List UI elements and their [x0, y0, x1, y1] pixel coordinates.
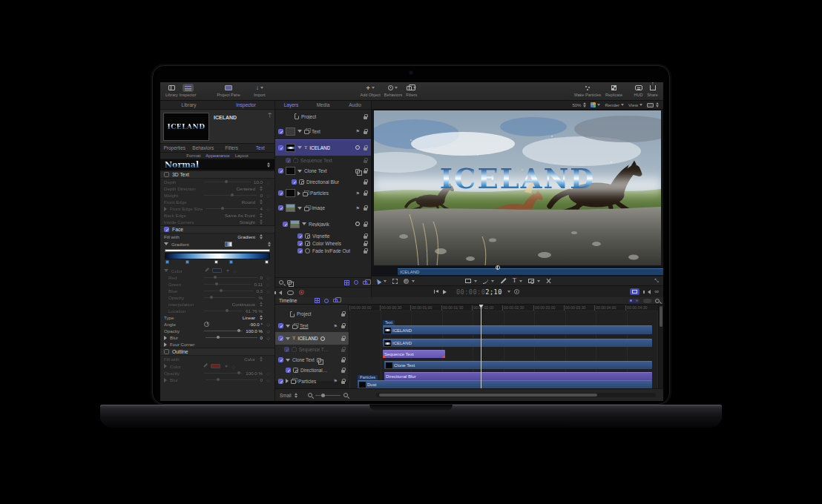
gradient-stop[interactable] — [185, 260, 189, 264]
disclosure-icon[interactable] — [286, 337, 290, 340]
behavior-badge-icon[interactable] — [355, 222, 360, 226]
tab-properties[interactable]: Properties — [160, 145, 189, 150]
timeline-row-particles[interactable]: Particles⚑ — [275, 375, 349, 387]
tab-filters[interactable]: Filters — [217, 145, 246, 150]
layer-row-fade[interactable]: Fade In/Fade Out — [275, 247, 371, 254]
timecode-chevron-icon[interactable] — [507, 291, 510, 293]
zoom-stepper-icon[interactable] — [583, 102, 586, 107]
text-group-bar[interactable]: ICELAND — [383, 325, 652, 334]
disclosure-icon[interactable] — [286, 325, 290, 328]
disclosure-icon[interactable] — [302, 222, 306, 225]
subtab-appearance[interactable]: Appearance — [206, 153, 229, 158]
loop-playback-icon[interactable]: ∞ — [654, 289, 659, 295]
flag-icon[interactable]: ⚑ — [356, 206, 360, 210]
face-checkbox[interactable] — [164, 227, 169, 232]
timeline-vertical-scrollbar[interactable] — [658, 305, 663, 388]
particles-group-tab[interactable]: Particles — [358, 375, 378, 380]
visibility-checkbox[interactable] — [283, 222, 288, 227]
visibility-checkbox[interactable] — [278, 190, 283, 196]
layer-row-color-wheels[interactable]: Color Wheels — [275, 239, 371, 247]
mini-timeline-bar[interactable]: ICELAND — [398, 268, 663, 275]
layer-row-text-group[interactable]: Text⚑ — [275, 123, 371, 139]
lock-icon[interactable] — [341, 347, 346, 352]
visibility-checkbox[interactable] — [278, 168, 283, 173]
zoom-timeline-icon[interactable] — [655, 299, 660, 303]
layer-row-directional-blur[interactable]: Directional Blur — [275, 177, 371, 186]
bezier-tool[interactable] — [483, 279, 494, 284]
tab-behaviors[interactable]: Behaviors — [189, 145, 218, 150]
replicate-button[interactable]: Replicate — [605, 84, 622, 97]
disclosure-icon[interactable] — [297, 170, 302, 173]
lock-icon[interactable] — [364, 205, 368, 210]
blur-slider[interactable] — [206, 337, 257, 338]
lock-icon[interactable] — [364, 233, 368, 239]
dust-bar[interactable]: Dust — [358, 380, 652, 388]
disclosure-icon[interactable] — [164, 242, 168, 245]
timeline-ruler[interactable]: 00:00:00;00 00:00:00;30 00:00:01;00 00:0… — [349, 305, 658, 311]
loop-icon[interactable] — [287, 291, 294, 295]
make-particles-button[interactable]: Make Particles — [574, 84, 601, 97]
3d-text-checkbox[interactable] — [164, 172, 169, 177]
playhead[interactable] — [481, 305, 481, 388]
visibility-checkbox[interactable] — [286, 368, 291, 373]
show-behaviors-icon[interactable] — [354, 280, 358, 285]
gradient-opacity-bar[interactable] — [165, 249, 270, 252]
tab-audio[interactable]: Audio — [339, 102, 371, 107]
lock-icon[interactable] — [364, 168, 368, 173]
crop-tool[interactable] — [392, 279, 398, 284]
gradient-preset-icon[interactable] — [225, 242, 232, 247]
disclosure-icon[interactable] — [164, 336, 167, 340]
share-button[interactable]: Share — [647, 84, 658, 97]
lock-icon[interactable] — [364, 222, 368, 227]
clone-text-bar[interactable]: Clone Text — [384, 361, 652, 369]
visibility-checkbox[interactable] — [297, 233, 303, 239]
visibility-checkbox[interactable] — [278, 336, 283, 341]
timeline-row-sequence-text[interactable]: Sequence T… — [275, 345, 349, 354]
layer-row-reykjavik[interactable]: Reykjavik — [275, 216, 371, 232]
lock-icon[interactable] — [364, 190, 368, 196]
behavior-badge-icon[interactable] — [320, 336, 325, 341]
style-preset[interactable]: Normal — [160, 159, 274, 170]
visibility-checkbox[interactable] — [278, 145, 283, 150]
show-layers-icon[interactable] — [315, 298, 320, 303]
keyframe-toggle-icon[interactable] — [628, 299, 639, 303]
timeline-horizontal-scrollbar[interactable] — [376, 393, 656, 397]
subtab-format[interactable]: Format — [186, 153, 200, 158]
show-filters-icon[interactable] — [333, 299, 338, 302]
lock-icon[interactable] — [364, 241, 368, 246]
text-group-tab[interactable]: Text — [383, 320, 395, 325]
visibility-checkbox[interactable] — [284, 347, 289, 352]
gradient-stop[interactable] — [214, 260, 218, 264]
layer-row-particles[interactable]: Particles⚑ — [275, 186, 371, 200]
mask-tool[interactable] — [528, 279, 540, 283]
lock-icon[interactable] — [364, 248, 368, 253]
popup-stepper-icon[interactable] — [260, 234, 263, 239]
timeline-row-iceland[interactable]: TICELAND — [275, 332, 349, 345]
preset-stepper-icon[interactable] — [267, 162, 270, 168]
project-pane-button[interactable]: Project Pane — [217, 84, 240, 97]
text-tool[interactable]: T — [513, 278, 522, 284]
tab-layers[interactable]: Layers — [275, 102, 307, 107]
track-size-select[interactable]: Small — [280, 393, 292, 398]
previous-frame-button[interactable] — [434, 289, 439, 294]
sequence-text-bar[interactable]: Sequence Text — [383, 350, 445, 358]
iceland-bar[interactable]: ICELAND — [383, 339, 652, 347]
channels-icon[interactable] — [591, 102, 596, 107]
audio-icon[interactable] — [648, 290, 651, 294]
lock-icon[interactable] — [364, 129, 368, 134]
timeline-row-text[interactable]: Text⚑ — [275, 319, 349, 332]
visibility-checkbox[interactable] — [278, 205, 283, 210]
resize-handle-icon[interactable]: ⤡ — [654, 278, 659, 284]
timecode[interactable]: 00:00:02;10 — [456, 288, 502, 296]
gradient-stop[interactable] — [165, 260, 169, 264]
disclosure-icon[interactable] — [297, 207, 302, 210]
angle-value[interactable]: -90.0 ° — [249, 322, 263, 327]
lock-icon[interactable] — [341, 379, 346, 384]
visibility-checkbox[interactable] — [278, 379, 283, 384]
rectangle-tool[interactable] — [465, 279, 477, 283]
filters-button[interactable]: Filters — [406, 84, 417, 97]
visibility-checkbox[interactable] — [278, 323, 283, 328]
filter-list-icon[interactable] — [287, 280, 292, 285]
disclosure-icon[interactable] — [164, 342, 167, 347]
timeline-tracks[interactable]: Text ICELAND ICELAND Sequence Text Clone… — [349, 311, 658, 388]
